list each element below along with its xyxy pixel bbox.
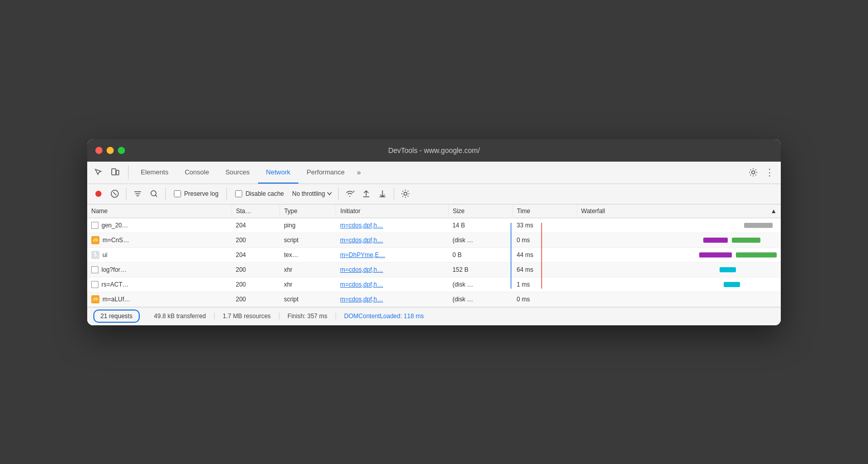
- network-toolbar: Preserve log Disable cache No throttling: [87, 184, 781, 204]
- window-title: DevTools - www.google.com/: [388, 146, 480, 154]
- cell-type: tex…: [280, 247, 336, 262]
- col-type[interactable]: Type: [280, 204, 336, 218]
- waterfall-bar: [744, 223, 773, 228]
- minimize-button[interactable]: [107, 147, 114, 154]
- js-file-icon: JS: [91, 295, 99, 303]
- cell-initiator[interactable]: m=cdos,dpf,h…: [336, 218, 448, 233]
- cell-waterfall: [577, 292, 781, 306]
- separator-3: [226, 188, 227, 200]
- cell-initiator[interactable]: m=cdos,dpf,h…: [336, 277, 448, 292]
- sort-arrow-icon: ▲: [771, 208, 777, 215]
- clear-button[interactable]: [108, 187, 122, 201]
- tab-console[interactable]: Console: [176, 161, 217, 184]
- file-checkbox-icon: [91, 266, 98, 273]
- cell-waterfall: [577, 247, 781, 262]
- table-row[interactable]: log?for…200xhrm=cdos,dpf,h…152 B64 ms: [87, 262, 781, 277]
- network-settings-icon[interactable]: [398, 187, 413, 201]
- network-table-container: Name Sta… Type Initiator Size Time Water…: [87, 204, 781, 307]
- search-button[interactable]: [147, 187, 161, 201]
- tab-network[interactable]: Network: [258, 161, 299, 184]
- inspect-icon[interactable]: [91, 165, 106, 179]
- table-row[interactable]: gen_20…204pingm=cdos,dpf,h…14 B33 ms: [87, 218, 781, 233]
- cell-type: xhr: [280, 262, 336, 277]
- cell-initiator[interactable]: m=cdos,dpf,h…: [336, 262, 448, 277]
- resources-size: 1.7 MB resources: [215, 313, 279, 320]
- table-header-row: Name Sta… Type Initiator Size Time Water…: [87, 204, 781, 218]
- separator-5: [394, 188, 394, 200]
- cell-waterfall: [577, 262, 781, 277]
- cell-time: 1 ms: [513, 277, 577, 292]
- requests-count: 21 requests: [93, 310, 140, 323]
- table-row[interactable]: rs=ACT…200xhrm=cdos,dpf,h…(disk …1 ms: [87, 277, 781, 292]
- cell-status: 200: [232, 233, 279, 247]
- table-row[interactable]: 📄ui204tex…m=DhPYme,E…0 B44 ms: [87, 247, 781, 262]
- cell-type: script: [280, 292, 336, 306]
- col-initiator[interactable]: Initiator: [336, 204, 448, 218]
- record-button[interactable]: [91, 187, 106, 201]
- status-bar: 21 requests 49.8 kB transferred 1.7 MB r…: [87, 307, 781, 325]
- cell-size: (disk …: [448, 292, 513, 306]
- separator-1: [126, 188, 126, 200]
- cell-waterfall: [577, 218, 781, 233]
- cell-initiator[interactable]: m=DhPYme,E…: [336, 247, 448, 262]
- tab-sources[interactable]: Sources: [217, 161, 258, 184]
- finish-time: Finish: 357 ms: [279, 313, 336, 320]
- tabs: Elements Console Sources Network Perform…: [133, 161, 746, 184]
- cell-status: 200: [232, 292, 279, 306]
- cell-initiator[interactable]: m=cdos,dpf,h…: [336, 233, 448, 247]
- preserve-log-checkbox[interactable]: Preserve log: [174, 190, 218, 197]
- cell-status: 200: [232, 277, 279, 292]
- tab-elements[interactable]: Elements: [133, 161, 176, 184]
- tab-more[interactable]: »: [353, 161, 365, 184]
- network-table: Name Sta… Type Initiator Size Time Water…: [87, 204, 781, 307]
- tab-actions: ⋮: [746, 165, 777, 179]
- svg-line-5: [113, 192, 116, 195]
- device-icon[interactable]: [108, 165, 122, 179]
- col-waterfall[interactable]: Waterfall ▲: [577, 204, 781, 218]
- file-checkbox-icon: [91, 222, 98, 229]
- filter-button[interactable]: [131, 187, 145, 201]
- throttle-dropdown-icon: [327, 192, 332, 196]
- col-time[interactable]: Time: [513, 204, 577, 218]
- cell-name: 📄ui: [87, 247, 232, 262]
- svg-point-11: [404, 192, 407, 195]
- cell-name: JSm=aLUf…: [87, 292, 232, 306]
- col-size[interactable]: Size: [448, 204, 513, 218]
- table-row[interactable]: JSm=CnS…200scriptm=cdos,dpf,h…(disk …0 m…: [87, 233, 781, 247]
- tab-bar: Elements Console Sources Network Perform…: [87, 162, 781, 184]
- cell-type: xhr: [280, 277, 336, 292]
- close-button[interactable]: [95, 147, 103, 154]
- cell-type: ping: [280, 218, 336, 233]
- table-row[interactable]: JSm=aLUf…200scriptm=cdos,dpf,h…(disk …0 …: [87, 292, 781, 306]
- network-conditions-icon[interactable]: [343, 187, 357, 201]
- waterfall-bar: [724, 282, 740, 287]
- waterfall-bar: [720, 267, 736, 272]
- throttle-group: No throttling: [292, 190, 333, 197]
- cell-size: 14 B: [448, 218, 513, 233]
- tab-performance[interactable]: Performance: [298, 161, 352, 184]
- devtools-window: DevTools - www.google.com/: [87, 139, 781, 325]
- cell-name: log?for…: [87, 262, 232, 277]
- cell-size: 0 B: [448, 247, 513, 262]
- cell-time: 0 ms: [513, 292, 577, 306]
- col-name[interactable]: Name: [87, 204, 232, 218]
- svg-rect-1: [116, 170, 119, 175]
- titlebar: DevTools - www.google.com/: [87, 139, 781, 162]
- col-status[interactable]: Sta…: [232, 204, 279, 218]
- transferred-size: 49.8 kB transferred: [146, 313, 215, 320]
- cell-size: 152 B: [448, 262, 513, 277]
- file-checkbox-icon: [91, 281, 98, 288]
- settings-icon[interactable]: [746, 165, 760, 179]
- disable-cache-checkbox[interactable]: Disable cache: [235, 190, 284, 197]
- export-har-icon[interactable]: [375, 187, 390, 201]
- fullscreen-button[interactable]: [118, 147, 125, 154]
- more-icon[interactable]: ⋮: [762, 165, 777, 179]
- import-har-icon[interactable]: [359, 187, 373, 201]
- cell-status: 204: [232, 218, 279, 233]
- cell-size: (disk …: [448, 277, 513, 292]
- cell-waterfall: [577, 233, 781, 247]
- cell-initiator[interactable]: m=cdos,dpf,h…: [336, 292, 448, 306]
- cell-status: 204: [232, 247, 279, 262]
- waterfall-bar: [732, 238, 760, 243]
- cell-status: 200: [232, 262, 279, 277]
